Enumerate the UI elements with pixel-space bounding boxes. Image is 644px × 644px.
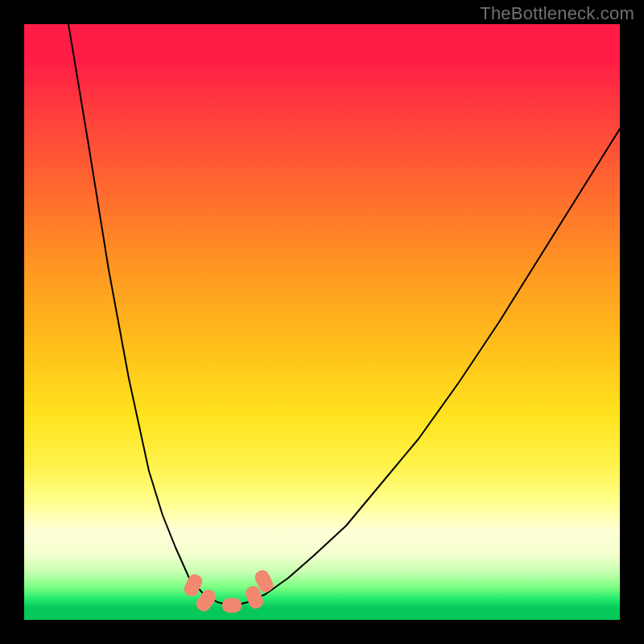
plot-area <box>24 24 620 620</box>
valley-markers <box>182 568 275 614</box>
valley-marker-2 <box>222 598 242 613</box>
curve-layer <box>24 24 620 620</box>
bottleneck-curve <box>68 24 620 604</box>
chart-stage: TheBottleneck.com <box>0 0 644 644</box>
bottleneck-curve-path <box>68 24 620 604</box>
watermark-text: TheBottleneck.com <box>480 3 634 24</box>
valley-marker-0 <box>182 572 204 599</box>
